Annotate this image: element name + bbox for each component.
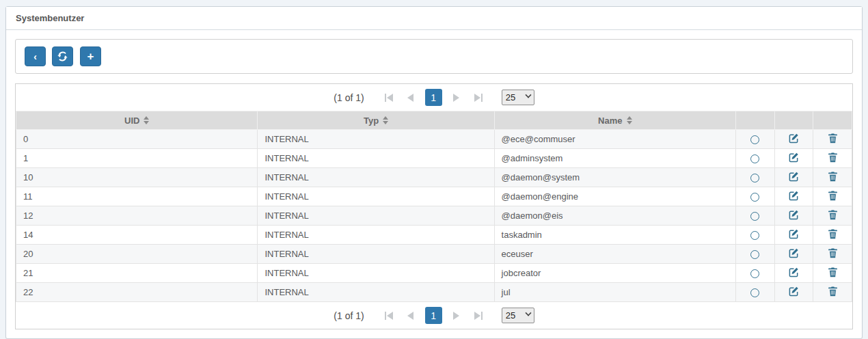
plus-icon: + <box>87 51 94 62</box>
radio-select-icon[interactable] <box>750 174 759 182</box>
radio-select-icon[interactable] <box>750 231 759 240</box>
panel-body: ‹ + (1 of 1) 1 <box>6 30 862 338</box>
trash-icon[interactable] <box>828 248 837 258</box>
cell-name: jobcreator <box>494 264 735 283</box>
table-row: 10INTERNAL@daemon@system <box>16 168 852 187</box>
cell-typ: INTERNAL <box>258 149 494 168</box>
cell-delete <box>813 264 852 283</box>
cell-delete <box>813 130 852 149</box>
next-page-icon[interactable] <box>448 308 465 324</box>
edit-icon[interactable] <box>789 267 799 277</box>
edit-icon[interactable] <box>789 286 799 297</box>
table-row: 0INTERNAL@ece@commuser <box>16 130 852 149</box>
radio-select-icon[interactable] <box>750 250 759 259</box>
trash-icon[interactable] <box>828 229 837 239</box>
cell-edit <box>774 187 813 206</box>
cell-edit <box>774 226 813 245</box>
cell-select <box>736 187 775 206</box>
table-row: 20INTERNALeceuser <box>16 245 852 264</box>
prev-page-icon[interactable] <box>403 90 419 106</box>
cell-uid: 14 <box>16 226 258 245</box>
first-page-icon[interactable] <box>381 90 397 106</box>
cell-uid: 1 <box>16 149 258 168</box>
users-table: UID Typ Name 0INTERNAL@ece@commuser1INTE <box>16 111 852 302</box>
refresh-button[interactable] <box>52 46 73 66</box>
page-number-button[interactable]: 1 <box>425 89 442 106</box>
prev-page-icon[interactable] <box>403 308 419 324</box>
table-row: 21INTERNALjobcreator <box>16 264 852 283</box>
radio-select-icon[interactable] <box>750 154 759 163</box>
column-header-uid[interactable]: UID <box>16 111 258 130</box>
paginator-top: (1 of 1) 1 25 <box>16 84 852 111</box>
radio-select-icon[interactable] <box>750 212 759 221</box>
cell-delete <box>813 168 852 187</box>
rows-per-page-wrap: 25 <box>502 308 534 323</box>
column-header-typ[interactable]: Typ <box>258 111 494 130</box>
edit-icon[interactable] <box>789 152 799 163</box>
last-page-icon[interactable] <box>470 90 487 106</box>
trash-icon[interactable] <box>828 152 837 163</box>
sort-icon <box>383 116 388 124</box>
back-button[interactable]: ‹ <box>25 46 46 66</box>
cell-select <box>736 149 775 168</box>
radio-select-icon[interactable] <box>750 193 759 202</box>
next-page-icon[interactable] <box>448 90 465 106</box>
edit-icon[interactable] <box>789 248 799 258</box>
table-row: 11INTERNAL@daemon@engine <box>16 187 852 206</box>
edit-icon[interactable] <box>789 133 799 144</box>
edit-icon[interactable] <box>789 191 799 201</box>
trash-icon[interactable] <box>828 286 837 297</box>
column-header-name[interactable]: Name <box>494 111 735 130</box>
trash-icon[interactable] <box>828 133 837 144</box>
cell-uid: 21 <box>16 264 258 283</box>
trash-icon[interactable] <box>828 172 837 182</box>
refresh-icon <box>57 51 68 62</box>
rows-per-page-wrap: 25 <box>502 90 534 105</box>
radio-select-icon[interactable] <box>750 269 759 278</box>
page-report: (1 of 1) <box>334 92 364 103</box>
page-number-button[interactable]: 1 <box>425 307 442 324</box>
cell-select <box>736 245 775 264</box>
paginator-bottom: (1 of 1) 1 25 <box>16 302 852 329</box>
cell-typ: INTERNAL <box>258 245 494 264</box>
cell-edit <box>774 149 813 168</box>
edit-icon[interactable] <box>789 172 799 182</box>
trash-icon[interactable] <box>828 191 837 201</box>
edit-icon[interactable] <box>789 210 799 220</box>
edit-icon[interactable] <box>789 229 799 239</box>
cell-edit <box>774 264 813 283</box>
cell-name: jul <box>494 283 735 302</box>
cell-typ: INTERNAL <box>258 130 494 149</box>
cell-typ: INTERNAL <box>258 168 494 187</box>
cell-uid: 20 <box>16 245 258 264</box>
rows-per-page-select[interactable]: 25 <box>502 90 534 105</box>
cell-uid: 12 <box>16 206 258 226</box>
trash-icon[interactable] <box>828 210 837 220</box>
column-label: UID <box>124 116 139 126</box>
add-button[interactable]: + <box>80 46 101 66</box>
table-row: 12INTERNAL@daemon@eis <box>16 206 852 226</box>
cell-name: taskadmin <box>494 226 735 245</box>
cell-delete <box>813 206 852 226</box>
cell-edit <box>774 130 813 149</box>
first-page-icon[interactable] <box>381 308 397 324</box>
column-header-edit <box>774 111 813 130</box>
cell-typ: INTERNAL <box>258 283 494 302</box>
cell-uid: 22 <box>16 283 258 302</box>
cell-name: @ece@commuser <box>494 130 735 149</box>
cell-select <box>736 206 775 226</box>
cell-select <box>736 168 775 187</box>
cell-typ: INTERNAL <box>258 206 494 226</box>
last-page-icon[interactable] <box>470 308 487 324</box>
radio-select-icon[interactable] <box>750 135 759 144</box>
trash-icon[interactable] <box>828 267 837 277</box>
cell-name: eceuser <box>494 245 735 264</box>
radio-select-icon[interactable] <box>750 288 759 297</box>
column-header-select <box>736 111 775 130</box>
cell-select <box>736 283 775 302</box>
sort-icon <box>627 116 632 124</box>
table-header-row: UID Typ Name <box>16 111 852 130</box>
cell-select <box>736 264 775 283</box>
rows-per-page-select[interactable]: 25 <box>502 308 534 323</box>
cell-delete <box>813 245 852 264</box>
